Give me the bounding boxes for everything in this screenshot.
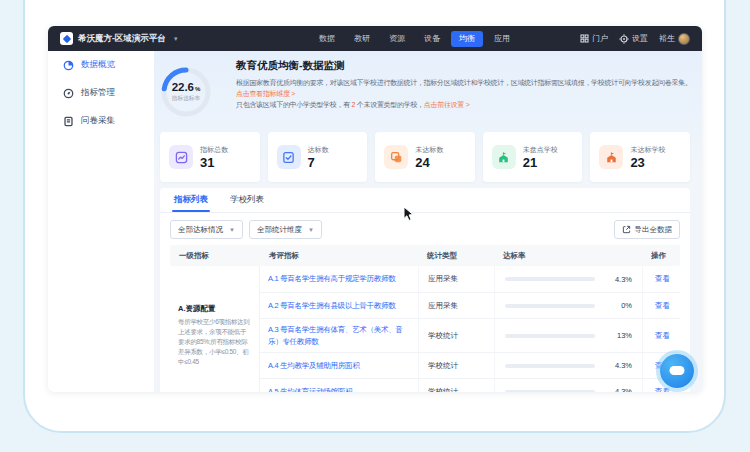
tab-0[interactable]: 指标列表 xyxy=(172,188,210,212)
desc-line2-suffix: 个未设置类型的学校， xyxy=(355,101,424,108)
overview-icon xyxy=(63,60,74,71)
rate-bar xyxy=(505,277,595,281)
portal-icon xyxy=(580,34,589,43)
sidebar-item-1[interactable]: 指标管理 xyxy=(48,79,154,107)
filter-row: 全部达标情况 ▼全部统计维度 ▼ 导出全数据 xyxy=(160,213,690,245)
rate-value: 4.3% xyxy=(608,275,632,284)
tab-1[interactable]: 学校列表 xyxy=(228,188,266,212)
table-row: A.5 生均体育运动场馆面积 学校统计 4.3% 查看 xyxy=(260,379,680,392)
nav-item-2[interactable]: 资源 xyxy=(381,31,413,47)
stat-type: 学校统计 xyxy=(418,353,494,378)
indicator-link[interactable]: A.4 生均教学及辅助用房面积 xyxy=(260,353,418,378)
stat-label: 达标数 xyxy=(308,145,329,155)
indicator-link[interactable]: A.2 每百名学生拥有县级以上骨干教师数 xyxy=(260,293,418,318)
app-title: 希沃魔方-区域演示平台 xyxy=(78,33,166,45)
chevron-down-icon: ▼ xyxy=(173,36,179,42)
stat-value: 23 xyxy=(630,156,665,170)
sidebar-item-2[interactable]: 问卷采集 xyxy=(48,107,154,135)
view-link[interactable]: 查看 xyxy=(642,293,680,318)
compliance-gauge: 22.6 % 指标达标率 xyxy=(159,65,213,119)
desc-line2-prefix: 只包含该区域下的中小学类型学校，有 xyxy=(236,101,352,108)
export-icon xyxy=(622,225,631,234)
column-header-3: 达标率 xyxy=(494,251,642,261)
user-name: 裕生 xyxy=(659,33,675,44)
column-header-1: 考评指标 xyxy=(260,251,418,261)
view-link[interactable]: 查看 xyxy=(642,319,680,352)
school-icon xyxy=(492,145,516,169)
stat-value: 21 xyxy=(523,156,558,170)
group-description: 每所学校至少6项指标达到上述要求，余项不能低于要求的85%;所有指标校际差异系数… xyxy=(178,317,251,367)
gauge-label: 指标达标率 xyxy=(172,94,201,103)
indicator-link[interactable]: A.3 每百名学生拥有体育、艺术（美术、音乐）专任教师数 xyxy=(260,319,418,352)
view-link[interactable]: 查看 xyxy=(642,266,680,292)
rate-value: 4.3% xyxy=(608,361,632,370)
app-logo-icon xyxy=(60,32,73,45)
chevron-down-icon: ▼ xyxy=(308,227,314,233)
stat-card-4: 未达标学校 23 xyxy=(590,132,690,182)
rate-value: 0% xyxy=(608,301,632,310)
stat-card-0: 指标总数 31 xyxy=(160,132,260,182)
rate-value: 4.3% xyxy=(608,387,632,392)
rate-cell: 0% xyxy=(494,293,642,318)
brand[interactable]: 希沃魔方-区域演示平台 ▼ xyxy=(60,32,179,45)
table-body: A.资源配置 每所学校至少6项指标达到上述要求，余项不能低于要求的85%;所有指… xyxy=(170,266,680,392)
group-cell: A.资源配置 每所学校至少6项指标达到上述要求，余项不能低于要求的85%;所有指… xyxy=(170,266,260,392)
indicator-link[interactable]: A.1 每百名学生拥有高于规定学历教师数 xyxy=(260,266,418,292)
indicator-link[interactable]: A.5 生均体育运动场馆面积 xyxy=(260,379,418,392)
rate-cell: 13% xyxy=(494,319,642,352)
table-row: A.2 每百名学生拥有县级以上骨干教师数 应用采集 0% 查看 xyxy=(260,293,680,319)
school-icon xyxy=(599,145,623,169)
stat-label: 未达标学校 xyxy=(630,145,665,155)
rate-bar xyxy=(505,304,595,308)
stack-icon xyxy=(384,145,408,169)
data-panel: 指标列表学校列表 全部达标情况 ▼全部统计维度 ▼ 导出全数据 一级指标考评指标… xyxy=(160,188,690,392)
rate-value: 13% xyxy=(608,331,632,340)
nav-item-0[interactable]: 数据 xyxy=(311,31,343,47)
rate-bar xyxy=(505,364,595,368)
nav-item-4[interactable]: 均衡 xyxy=(451,31,483,47)
nav-item-5[interactable]: 应用 xyxy=(486,31,518,47)
settings-label: 设置 xyxy=(632,33,648,44)
nav-item-1[interactable]: 教研 xyxy=(346,31,378,47)
gauge-value: 22.6 xyxy=(172,81,194,93)
view-indicator-dimension-link[interactable]: 点击查看指标维度 > xyxy=(236,90,295,97)
portal-button[interactable]: 门户 xyxy=(580,33,608,44)
goto-settings-link[interactable]: 点击前往设置 > xyxy=(424,101,470,108)
column-header-0: 一级指标 xyxy=(170,251,260,261)
column-header-4: 操作 xyxy=(642,251,680,261)
sidebar: 数据概览 指标管理 问卷采集 xyxy=(48,51,154,392)
top-navbar: 希沃魔方-区域演示平台 ▼ 数据教研资源设备均衡应用 门户 设置 裕生 xyxy=(48,26,702,51)
indicator-table: 一级指标考评指标统计类型达标率操作 A.资源配置 每所学校至少6项指标达到上述要… xyxy=(170,245,680,392)
stat-value: 24 xyxy=(415,156,443,170)
stat-card-2: 未达标数 24 xyxy=(375,132,475,182)
indicator-icon xyxy=(63,88,74,99)
stat-card-1: 达标数 7 xyxy=(268,132,368,182)
stat-label: 未盘点学校 xyxy=(523,145,558,155)
table-row: A.3 每百名学生拥有体育、艺术（美术、音乐）专任教师数 学校统计 13% 查看 xyxy=(260,319,680,353)
filter-select-0[interactable]: 全部达标情况 ▼ xyxy=(170,220,243,239)
rate-bar xyxy=(505,390,595,392)
nav-right: 门户 设置 裕生 xyxy=(580,33,690,45)
stat-type: 学校统计 xyxy=(418,319,494,352)
column-header-2: 统计类型 xyxy=(418,251,494,261)
app-window: 希沃魔方-区域演示平台 ▼ 数据教研资源设备均衡应用 门户 设置 裕生 数据概览… xyxy=(48,26,702,392)
stat-card-3: 未盘点学校 21 xyxy=(483,132,583,182)
filter-select-1[interactable]: 全部统计维度 ▼ xyxy=(249,220,322,239)
settings-button[interactable]: 设置 xyxy=(619,33,648,44)
sidebar-item-label: 数据概览 xyxy=(81,59,115,71)
chevron-down-icon: ▼ xyxy=(229,227,235,233)
sidebar-item-0[interactable]: 数据概览 xyxy=(48,51,154,79)
checklist-icon xyxy=(277,145,301,169)
nav-menu: 数据教研资源设备均衡应用 xyxy=(311,31,518,47)
stat-label: 指标总数 xyxy=(200,145,228,155)
rate-cell: 4.3% xyxy=(494,379,642,392)
tab-bar: 指标列表学校列表 xyxy=(160,188,690,213)
chat-fab-button[interactable] xyxy=(660,354,694,388)
avatar xyxy=(678,33,690,45)
user-menu[interactable]: 裕生 xyxy=(659,33,690,45)
portal-label: 门户 xyxy=(592,33,608,44)
gear-icon xyxy=(619,34,629,44)
nav-item-3[interactable]: 设备 xyxy=(416,31,448,47)
table-rows: A.1 每百名学生拥有高于规定学历教师数 应用采集 4.3% 查看 A.2 每百… xyxy=(260,266,680,392)
export-all-data-button[interactable]: 导出全数据 xyxy=(614,220,681,239)
